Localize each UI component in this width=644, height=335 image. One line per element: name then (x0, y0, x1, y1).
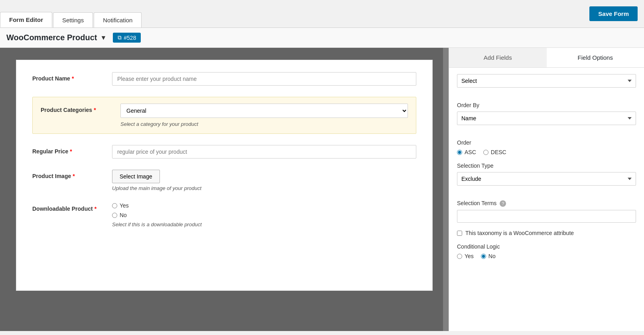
rp-conditional-no-row: No (481, 253, 496, 259)
form-title-bar: WooCommerce Product ▼ ⧉ #528 (0, 28, 644, 48)
rp-order-radio-group: ASC DESC (457, 149, 636, 155)
rp-select-wrap: Select (457, 74, 636, 95)
tab-settings[interactable]: Settings (53, 12, 93, 27)
tab-field-options[interactable]: Field Options (547, 48, 644, 67)
rp-order-desc-radio[interactable] (483, 150, 488, 155)
tab-form-editor[interactable]: Form Editor (0, 12, 52, 27)
downloadable-no-row: No (112, 212, 416, 218)
rp-order-by-label: Order By (457, 102, 636, 108)
downloadable-no-label: No (120, 212, 127, 218)
downloadable-product-input-wrap: Yes No Select if this is a downloadable … (112, 202, 416, 227)
downloadable-no-radio[interactable] (112, 213, 117, 218)
rp-order-label: Order (457, 139, 636, 146)
tab-notification[interactable]: Notification (94, 12, 142, 27)
top-tabs: Form Editor Settings Notification (0, 0, 142, 27)
rp-taxonomy-checkbox-row: This taxonomy is a WooCommerce attribute (457, 230, 636, 236)
form-title: WooCommerce Product (6, 33, 97, 42)
product-image-label: Product Image* (32, 170, 112, 179)
form-title-dropdown-icon[interactable]: ▼ (100, 34, 106, 41)
top-bar: Form Editor Settings Notification Save F… (0, 0, 644, 28)
product-name-input-wrap (112, 72, 416, 86)
rp-order-by-select[interactable]: Name (457, 112, 636, 125)
product-categories-required: * (94, 107, 96, 113)
rp-conditional-yes-row: Yes (457, 253, 474, 259)
rp-conditional-no-label: No (488, 253, 496, 259)
product-name-label: Product Name* (32, 72, 112, 82)
product-name-input[interactable] (112, 72, 416, 86)
rp-main-select[interactable]: Select (457, 74, 636, 88)
form-canvas: Product Name* Product Categories* Genera… (16, 60, 433, 291)
form-id-label: #528 (124, 35, 136, 41)
regular-price-input[interactable] (112, 145, 416, 159)
rp-select-section: Select (457, 74, 636, 95)
rp-taxonomy-label: This taxonomy is a WooCommerce attribute (465, 230, 574, 236)
product-image-input-wrap: Select Image Upload the main image of yo… (112, 170, 416, 191)
main-layout: Product Name* Product Categories* Genera… (0, 48, 644, 331)
rp-selection-terms-section: Selection Terms ? (457, 200, 636, 223)
product-image-hint: Upload the main image of your product (112, 185, 416, 191)
regular-price-required: * (70, 148, 72, 155)
rp-selection-type-select[interactable]: Exclude Include (457, 172, 636, 186)
rp-selection-type-section: Selection Type Exclude Include (457, 163, 636, 193)
rp-selection-terms-input[interactable] (457, 210, 636, 223)
rp-selection-terms-label: Selection Terms ? (457, 200, 636, 207)
regular-price-label: Regular Price* (32, 145, 112, 155)
rp-conditional-yes-label: Yes (465, 253, 474, 259)
copy-icon: ⧉ (118, 34, 122, 41)
rp-conditional-logic-label: Conditional Logic (457, 243, 636, 250)
rp-conditional-logic-section: Conditional Logic Yes No (457, 243, 636, 259)
downloadable-product-radio-group: Yes No (112, 202, 416, 218)
rp-order-by-section: Order By Name (457, 102, 636, 132)
right-tab-content: Select Order By Name Order (449, 68, 644, 331)
product-image-required: * (73, 173, 75, 179)
right-tabs: Add Fields Field Options (449, 48, 644, 68)
rp-taxonomy-checkbox[interactable] (457, 231, 462, 236)
rp-conditional-no-radio[interactable] (481, 254, 486, 259)
downloadable-product-hint: Select if this is a downloadable product (112, 221, 416, 227)
product-image-field: Product Image* Select Image Upload the m… (32, 170, 416, 191)
product-categories-select-wrap: General (120, 104, 408, 118)
downloadable-product-field: Downloadable Product* Yes No Select if t (32, 202, 416, 227)
select-image-button[interactable]: Select Image (112, 170, 160, 183)
product-name-field: Product Name* (32, 72, 416, 86)
left-panel: Product Name* Product Categories* Genera… (0, 48, 449, 331)
rp-selection-type-label: Selection Type (457, 163, 636, 169)
left-scrollbar[interactable] (443, 48, 449, 331)
product-categories-label: Product Categories* (41, 104, 120, 113)
downloadable-product-required: * (95, 206, 97, 212)
downloadable-yes-row: Yes (112, 202, 416, 209)
product-categories-inner: Product Categories* General (41, 104, 408, 118)
regular-price-input-wrap (112, 145, 416, 159)
rp-selection-type-wrap: Exclude Include (457, 172, 636, 193)
save-form-button[interactable]: Save Form (589, 6, 638, 21)
rp-order-section: Order ASC DESC (457, 139, 636, 155)
product-name-required: * (72, 75, 74, 82)
product-categories-hint: Select a category for your product (120, 121, 408, 127)
tab-add-fields[interactable]: Add Fields (449, 48, 547, 67)
downloadable-yes-label: Yes (120, 202, 129, 209)
product-categories-input-wrap: General (120, 104, 408, 118)
product-categories-select[interactable]: General (120, 104, 408, 118)
right-panel: Add Fields Field Options Select Order By… (449, 48, 644, 331)
form-id-badge[interactable]: ⧉ #528 (113, 33, 141, 43)
rp-conditional-yes-radio[interactable] (457, 254, 462, 259)
rp-order-asc-label: ASC (465, 149, 476, 155)
downloadable-product-label: Downloadable Product* (32, 202, 112, 212)
rp-order-by-wrap: Name (457, 112, 636, 132)
downloadable-yes-radio[interactable] (112, 203, 117, 208)
regular-price-field: Regular Price* (32, 145, 416, 159)
rp-order-desc-row: DESC (483, 149, 506, 155)
rp-order-asc-row: ASC (457, 149, 476, 155)
product-categories-field: Product Categories* General Select a cat… (32, 97, 416, 134)
selection-terms-help-icon[interactable]: ? (500, 200, 506, 207)
rp-order-asc-radio[interactable] (457, 150, 462, 155)
rp-conditional-logic-radio-group: Yes No (457, 253, 636, 259)
rp-order-desc-label: DESC (491, 149, 506, 155)
